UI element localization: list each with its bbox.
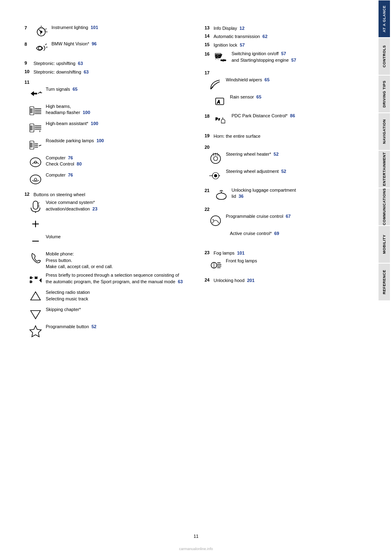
page-ref-swh: 52 <box>274 152 278 157</box>
svg-marker-45 <box>30 326 41 337</box>
entry-text-hb-assistant: High-beam assistant* 100 <box>46 121 98 127</box>
entry-text-fog-front: Front fog lamps <box>226 258 257 264</box>
entry-17-label: 17 <box>205 69 364 75</box>
sub-entry-cruise: Programmable cruise control 67 <box>208 213 364 228</box>
sidebar-tab-mobility[interactable]: Mobility <box>379 226 390 263</box>
entry-num-16: 16 <box>205 51 214 56</box>
sidebar-tab-navigation[interactable]: Navigation <box>379 113 390 150</box>
page-ref-swa: 52 <box>281 169 286 174</box>
svg-point-4 <box>40 31 42 33</box>
entry-22-subs: Programmable cruise control 67 Active cr… <box>208 213 364 245</box>
page-ref-sdm: 63 <box>178 279 183 284</box>
entry-text-7: Instrument lighting 101 <box>51 25 98 31</box>
sub-entry-sdm: S · D M Press briefly to proceed through… <box>28 272 184 287</box>
icon-fog-front <box>208 258 223 273</box>
page-ref-9: 63 <box>78 61 83 66</box>
entry-num-19: 19 <box>205 133 214 138</box>
entry-text-radio-down: Skipping chapter* <box>46 307 81 313</box>
entry-19: 19 Horn: the entire surface <box>205 132 364 139</box>
entry-8: 8 BMW Night Vision* 96 <box>24 41 184 56</box>
entry-text-15: Ignition lock 57 <box>214 42 245 48</box>
page-ref-21: 36 <box>238 194 243 199</box>
entry-15: 15 Ignition lock 57 <box>205 41 364 48</box>
page-ref-hb: 100 <box>83 110 90 115</box>
page-ref-roadside: 100 <box>96 138 104 143</box>
icon-instrument-lighting <box>33 25 49 39</box>
svg-text:engine: engine <box>220 59 226 61</box>
page-ref-rain: 65 <box>256 94 261 99</box>
sidebar-tab-reference[interactable]: Reference <box>379 264 390 300</box>
svg-text:START: START <box>216 54 222 56</box>
sub-entry-phone: Mobile phone: Press button. Make call, a… <box>28 251 184 270</box>
icon-plus <box>28 217 43 231</box>
sidebar-tab-controls[interactable]: Controls <box>379 38 390 75</box>
entry-20-label: 20 <box>205 144 364 150</box>
entry-10: 10 Steptronic: downshifting 63 <box>24 68 184 75</box>
svg-point-32 <box>30 175 41 184</box>
sidebar-tab-driving-tips[interactable]: Driving tips <box>379 76 390 112</box>
icon-turn-signals <box>28 86 43 101</box>
sub-entry-sw-heater: Steering wheel heater* 52 <box>208 151 364 166</box>
entry-num-20: 20 <box>205 145 214 150</box>
svg-text:M: M <box>35 276 38 280</box>
sub-entry-plus <box>28 217 184 231</box>
entry-7: 7 Instrument lighting 101 <box>24 25 184 39</box>
sub-entry-radio-down: Skipping chapter* <box>28 307 184 321</box>
entry-23: 23 Fog lamps 101 <box>205 249 364 273</box>
entry-text-9: Steptronic: upshifting 63 <box>33 60 83 67</box>
entry-20-subs: Steering wheel heater* 52 <box>208 151 364 183</box>
main-content: 7 Instrument lighting 101 <box>0 0 376 555</box>
entry-9: 9 Steptronic: upshifting 63 <box>24 60 184 67</box>
page-ref-prog: 52 <box>91 324 96 329</box>
entry-num-13: 13 <box>205 25 214 30</box>
page-ref-18: 86 <box>290 113 295 118</box>
svg-line-7 <box>46 47 47 47</box>
page-ref-comp1: 76 <box>68 155 73 160</box>
entry-num-18: 18 <box>205 114 214 119</box>
page-ref-10: 63 <box>84 69 89 74</box>
entry-text-sdm: Press briefly to proceed through a selec… <box>46 272 184 285</box>
sidebar-tab-entertainment[interactable]: Entertainment <box>379 151 390 188</box>
entry-text-active-cruise: Active cruise control* 69 <box>230 231 279 237</box>
entry-num-21: 21 <box>205 188 214 193</box>
entry-num-11: 11 <box>24 80 33 85</box>
entry-num-23: 23 <box>205 250 214 255</box>
entry-text-high-beams: High beams,headlamp flasher 100 <box>46 103 90 116</box>
icon-start-stop: START STOP engine <box>214 51 229 65</box>
svg-point-33 <box>34 178 37 181</box>
svg-point-5 <box>38 47 42 50</box>
entry-text-sw-heater: Steering wheel heater* 52 <box>226 151 278 157</box>
sidebar-tab-at-a-glance[interactable]: At a glance <box>379 0 390 37</box>
entry-13: 13 Info Display 12 <box>205 25 364 31</box>
entry-text-10: Steptronic: downshifting 63 <box>33 69 89 75</box>
svg-text:D: D <box>30 280 32 284</box>
entry-text-voice: Voice command system*activation/deactiva… <box>46 199 98 212</box>
entry-text-volume: Volume <box>46 234 61 240</box>
icon-computer2 <box>28 172 43 187</box>
page-ref-hba: 100 <box>91 121 98 126</box>
entry-12-label: 12 Buttons on steering wheel <box>24 191 184 198</box>
page-ref-14: 62 <box>263 34 267 39</box>
svg-marker-44 <box>31 311 40 319</box>
entry-num-22: 22 <box>205 207 214 212</box>
entry-text-computer2: Computer 76 <box>46 172 73 178</box>
entry-12: 12 Buttons on steering wheel <box>24 191 184 339</box>
page-ref-16b: 57 <box>291 58 296 63</box>
icon-high-beams <box>28 103 43 118</box>
entry-23-subs: Front fog lamps <box>208 258 364 273</box>
sidebar-tab-communications[interactable]: Communications <box>379 188 390 225</box>
entry-22: 22 Programmable cruise control 67 <box>205 206 364 245</box>
entry-11-label: 11 <box>24 79 184 85</box>
sub-entry-prog-btn: Programmable button 52 <box>28 324 184 338</box>
svg-text:A: A <box>217 100 220 104</box>
entry-text-radio-up: Selecting radio stationSelecting music t… <box>46 289 90 302</box>
entry-14: 14 Automatic transmission 62 <box>205 33 364 40</box>
entry-text-23: Fog lamps 101 <box>214 250 245 256</box>
page-ref-ac: 69 <box>274 231 279 236</box>
entry-text-roadside: Roadside parking lamps 100 <box>46 138 104 144</box>
icon-voice-cmd <box>28 199 43 214</box>
entry-24: 24 Unlocking hood 201 <box>205 277 364 284</box>
entry-16: 16 START STOP engine Switching ignition … <box>205 51 364 65</box>
entry-text-phone: Mobile phone: Press button. Make call, a… <box>46 251 113 270</box>
page-ref-voice: 23 <box>92 206 97 211</box>
